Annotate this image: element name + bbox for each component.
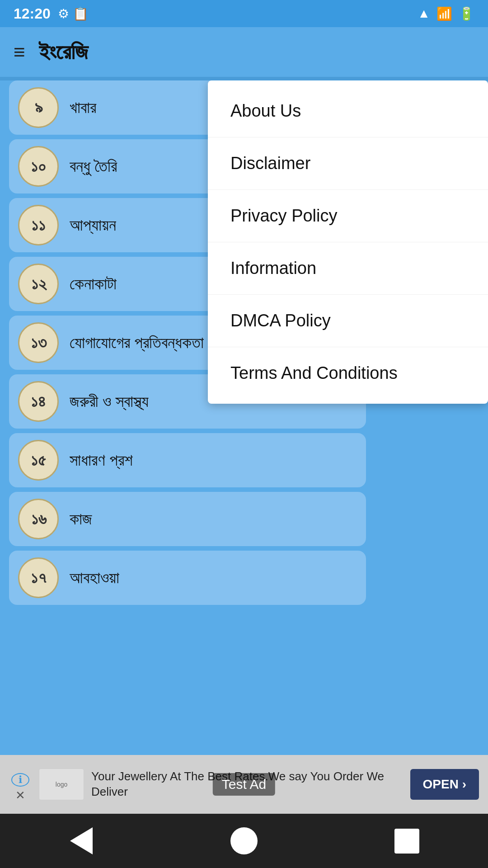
item-badge-12: ১২ xyxy=(18,264,59,304)
dropdown-item-about-us[interactable]: About Us xyxy=(208,85,488,137)
status-bar: 12:20 ⚙ 📋 ▲ 📶 🔋 xyxy=(0,0,488,27)
item-badge-10: ১০ xyxy=(18,146,59,187)
list-item[interactable]: ১৭ আবহাওয়া xyxy=(9,551,366,605)
home-button[interactable] xyxy=(226,823,262,859)
ad-text: Your Jewellery At The Best Rates.We say … xyxy=(91,769,403,800)
list-item[interactable]: ১৫ সাধারণ প্রশ xyxy=(9,433,366,487)
home-icon xyxy=(230,827,258,854)
status-left: 12:20 ⚙ 📋 xyxy=(14,5,89,22)
back-button[interactable] xyxy=(63,823,99,859)
item-label-16: কাজ xyxy=(70,509,92,528)
gear-icon: ⚙ xyxy=(58,6,69,21)
ad-close-icon[interactable]: ✕ xyxy=(15,788,25,802)
dropdown-item-disclaimer[interactable]: Disclaimer xyxy=(208,137,488,190)
battery-icon: 🔋 xyxy=(459,6,474,21)
item-label-15: সাধারণ প্রশ xyxy=(70,451,133,470)
main-content: ৯ খাবার ১০ বন্ধু তৈরি ১১ আপ্যায়ন ১২ কেন… xyxy=(0,80,488,777)
ad-logo-text: logo xyxy=(56,781,67,788)
item-badge-13: ১৩ xyxy=(18,322,59,363)
item-label-13: যোগাযোগের প্রতিবন্ধকতা xyxy=(70,333,204,352)
item-label-14: জরুরী ও স্বাস্থ্য xyxy=(70,392,149,411)
item-label-11: আপ্যায়ন xyxy=(70,216,116,235)
item-badge-16: ১৬ xyxy=(18,499,59,539)
dropdown-item-dmca-policy[interactable]: DMCA Policy xyxy=(208,295,488,347)
ad-banner: ℹ ✕ logo Your Jewellery At The Best Rate… xyxy=(0,755,488,814)
app-title: ইংরেজি xyxy=(39,39,88,65)
wifi-icon: ▲ xyxy=(418,6,430,21)
dropdown-item-privacy-policy[interactable]: Privacy Policy xyxy=(208,190,488,242)
bottom-nav xyxy=(0,814,488,868)
back-icon xyxy=(70,827,93,854)
recent-button[interactable] xyxy=(389,823,425,859)
app-bar: ≡ ইংরেজি xyxy=(0,27,488,77)
ad-logo: logo xyxy=(39,769,84,800)
status-right: ▲ 📶 🔋 xyxy=(418,6,474,21)
dropdown-item-information[interactable]: Information xyxy=(208,242,488,295)
item-badge-17: ১৭ xyxy=(18,557,59,598)
info-icon: ℹ xyxy=(11,773,29,787)
ad-open-button[interactable]: OPEN › xyxy=(410,769,479,800)
clipboard-icon: 📋 xyxy=(73,6,89,21)
status-time: 12:20 xyxy=(14,5,51,22)
item-label-9: খাবার xyxy=(70,98,96,117)
hamburger-icon[interactable]: ≡ xyxy=(14,41,25,63)
dropdown-item-terms-conditions[interactable]: Terms And Conditions xyxy=(208,347,488,399)
item-badge-11: ১১ xyxy=(18,205,59,245)
list-item[interactable]: ১৬ কাজ xyxy=(9,492,366,546)
item-label-17: আবহাওয়া xyxy=(70,568,119,587)
dropdown-menu: About Us Disclaimer Privacy Policy Infor… xyxy=(208,80,488,404)
item-badge-15: ১৫ xyxy=(18,440,59,481)
ad-info-icon: ℹ ✕ xyxy=(9,773,32,796)
item-badge-9: ৯ xyxy=(18,87,59,128)
item-badge-14: ১৪ xyxy=(18,381,59,422)
item-label-12: কেনাকাটা xyxy=(70,274,117,293)
signal-icon: 📶 xyxy=(436,6,452,21)
recent-icon xyxy=(394,829,419,854)
status-icons: ⚙ 📋 xyxy=(58,6,89,21)
scroll-indicator xyxy=(0,77,488,80)
item-label-10: বন্ধু তৈরি xyxy=(70,157,117,176)
